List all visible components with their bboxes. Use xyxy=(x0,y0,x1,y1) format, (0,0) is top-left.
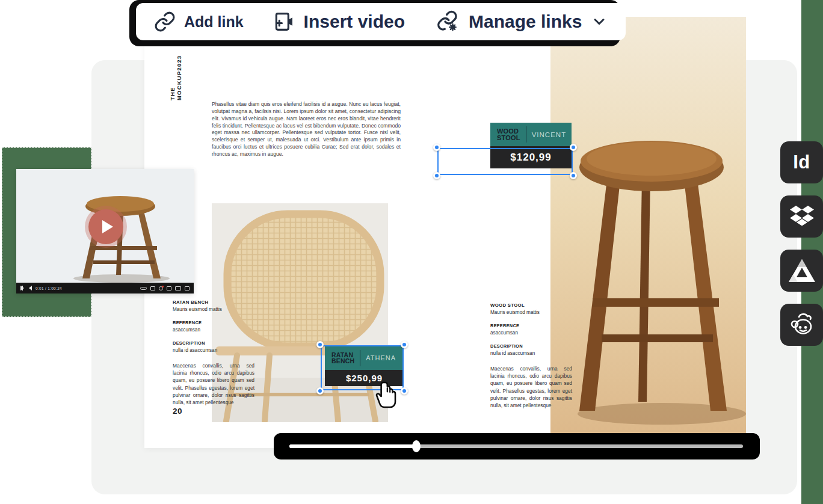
scrubber-track[interactable] xyxy=(289,444,743,448)
description-label: DESCRIPTION xyxy=(490,343,572,349)
video-time: 0:01 / 1:00:24 xyxy=(35,286,62,290)
hand-pointer-icon xyxy=(375,381,398,410)
resize-handle-top-right[interactable] xyxy=(570,144,577,151)
link-toolbar: Add link Insert video Manage links xyxy=(136,3,626,40)
tag-product-name: WOOD STOOL xyxy=(490,128,520,141)
product-paragraph: Maecenas convallis, urna sed lacinia rho… xyxy=(490,365,572,409)
mailchimp-glyph xyxy=(788,311,816,339)
resize-handle-top-left[interactable] xyxy=(316,341,324,348)
add-link-button[interactable]: Add link xyxy=(154,11,244,32)
page-vertical-title: THE MOCKUP2023 xyxy=(169,43,182,100)
tag-divider xyxy=(526,126,526,143)
insert-video-label: Insert video xyxy=(304,11,405,32)
link-icon xyxy=(154,11,176,32)
resize-handle-top-right[interactable] xyxy=(401,341,408,348)
toolbar-dropdown-button[interactable] xyxy=(591,13,608,30)
wood-stool-photo xyxy=(550,17,746,433)
indesign-icon[interactable]: Id xyxy=(780,141,823,183)
google-drive-icon[interactable] xyxy=(780,250,823,292)
product-subtitle: Mauris euismod mattis xyxy=(173,307,254,312)
product-subtitle: Mauris euismod mattis xyxy=(490,310,572,315)
price-tag-header: WOOD STOOL VINCENT xyxy=(490,123,572,146)
page-number: 20 xyxy=(173,407,182,416)
reference-label: REFERENCE xyxy=(490,323,572,328)
video-control-bar[interactable]: 0:01 / 1:00:24 xyxy=(16,283,194,293)
selection-frame-wood-stool-tag[interactable] xyxy=(437,148,573,175)
product-info-wood-stool: WOOD STOOL Mauris euismod mattis REFEREN… xyxy=(490,303,572,409)
resize-handle-top-left[interactable] xyxy=(433,144,440,151)
play-icon xyxy=(102,220,113,233)
flipbook-editor-canvas: THE MOCKUP2023 Phasellus vitae diam quis… xyxy=(0,0,823,504)
skip-next-icon[interactable] xyxy=(20,286,23,290)
chevron-down-icon xyxy=(591,13,608,30)
play-button[interactable] xyxy=(88,209,123,244)
volume-icon[interactable] xyxy=(26,286,32,290)
reference-value: asaccumsan xyxy=(490,330,572,336)
reference-label: REFERENCE xyxy=(173,320,254,325)
add-link-label: Add link xyxy=(184,13,244,31)
insert-video-button[interactable]: Insert video xyxy=(271,10,405,34)
product-info-ratan-bench: RATAN BENCH Mauris euismod mattis REFERE… xyxy=(173,300,254,406)
drive-glyph xyxy=(788,258,816,283)
theater-icon[interactable] xyxy=(175,286,181,290)
description-value: nulla id asaccumsan xyxy=(490,351,572,356)
captions-icon[interactable] xyxy=(150,286,155,290)
insert-video-icon xyxy=(271,10,295,34)
dropbox-glyph xyxy=(789,205,815,228)
resize-handle-bottom-right[interactable] xyxy=(401,387,408,395)
miniplayer-icon[interactable] xyxy=(167,286,171,290)
settings-icon[interactable] xyxy=(159,286,163,290)
scrubber-progress xyxy=(289,444,416,448)
embedded-video-player[interactable]: 0:01 / 1:00:24 xyxy=(16,169,194,293)
dropbox-icon[interactable] xyxy=(780,195,823,238)
tag-variant: VINCENT xyxy=(532,131,566,138)
manage-links-button[interactable]: Manage links xyxy=(436,10,582,34)
page-scrubber-bar[interactable] xyxy=(274,433,760,459)
intro-paragraph: Phasellus vitae diam quis eros eleifend … xyxy=(212,101,401,158)
resize-handle-bottom-left[interactable] xyxy=(316,387,324,395)
manage-links-label: Manage links xyxy=(469,11,582,32)
product-name: RATAN BENCH xyxy=(173,300,254,305)
resize-handle-bottom-right[interactable] xyxy=(570,172,577,179)
description-value: nulla id asaccumsan xyxy=(173,348,254,353)
resize-handle-bottom-left[interactable] xyxy=(433,172,440,179)
manage-links-gear-icon xyxy=(436,10,460,34)
product-paragraph: Maecenas convallis, urna sed lacinia rho… xyxy=(173,362,254,406)
mailchimp-icon[interactable] xyxy=(780,304,823,346)
autoplay-icon[interactable] xyxy=(140,287,147,290)
product-name: WOOD STOOL xyxy=(490,303,572,308)
reference-value: asaccumsan xyxy=(173,327,254,333)
description-label: DESCRIPTION xyxy=(173,340,254,346)
fullscreen-icon[interactable] xyxy=(185,286,190,290)
scrubber-thumb[interactable] xyxy=(412,440,421,452)
